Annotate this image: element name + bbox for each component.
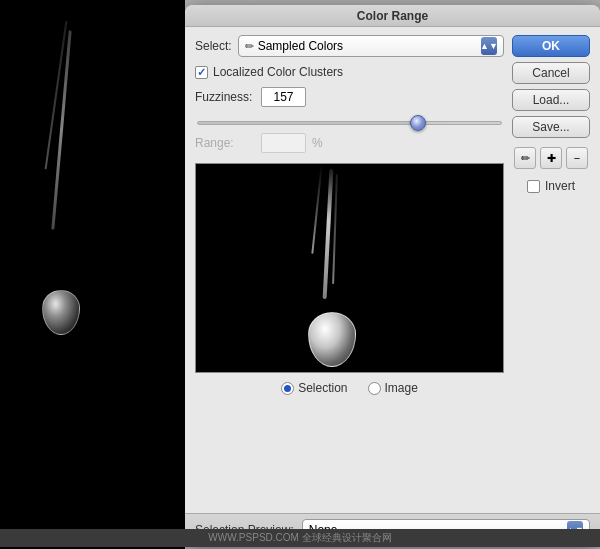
dialog-body: Select: ✏ Sampled Colors ▲▼ ✓ Localized [185, 27, 600, 545]
slider-thumb[interactable] [410, 115, 426, 131]
image-radio-label: Image [385, 381, 418, 395]
load-button[interactable]: Load... [512, 89, 590, 111]
slider-track [197, 121, 502, 125]
select-label: Select: [195, 39, 232, 53]
preview-water-drop [308, 312, 356, 367]
source-image [0, 0, 185, 549]
image-radio[interactable]: Image [368, 381, 418, 395]
ok-button[interactable]: OK [512, 35, 590, 57]
localized-checkbox[interactable]: ✓ [195, 66, 208, 79]
select-row: Select: ✏ Sampled Colors ▲▼ [195, 35, 504, 57]
eyedropper-subtract-tool[interactable]: − [566, 147, 588, 169]
invert-checkbox[interactable] [527, 180, 540, 193]
fuzziness-row: Fuzziness: 157 [195, 87, 504, 107]
select-dropdown[interactable]: ✏ Sampled Colors ▲▼ [238, 35, 504, 57]
range-percent-symbol: % [312, 136, 323, 150]
image-radio-button[interactable] [368, 382, 381, 395]
slider-fill [198, 122, 416, 124]
range-row: Range: % [195, 133, 504, 153]
localized-label: Localized Color Clusters [213, 65, 343, 79]
cancel-button[interactable]: Cancel [512, 62, 590, 84]
eyedropper-tools: ✏ ✚ − [512, 147, 590, 169]
selection-radio[interactable]: Selection [281, 381, 347, 395]
view-mode-row: Selection Image [195, 381, 504, 395]
selection-radio-dot [284, 385, 291, 392]
eyedropper-sample-tool[interactable]: ✏ [514, 147, 536, 169]
fuzziness-slider[interactable] [195, 113, 504, 125]
dialog-title: Color Range [357, 9, 428, 23]
dialog-right-column: OK Cancel Load... Save... ✏ ✚ − Invert [512, 35, 590, 537]
preview-stream-right [332, 174, 338, 284]
color-range-dialog: Color Range Select: ✏ Sampled Colors ▲▼ [185, 5, 600, 545]
save-button[interactable]: Save... [512, 116, 590, 138]
fuzziness-label: Fuzziness: [195, 90, 255, 104]
select-dropdown-value: Sampled Colors [258, 39, 343, 53]
selection-radio-label: Selection [298, 381, 347, 395]
dialog-left-column: Select: ✏ Sampled Colors ▲▼ ✓ Localized [195, 35, 504, 537]
left-image-panel [0, 0, 185, 549]
water-drop [42, 290, 80, 335]
range-label: Range: [195, 136, 255, 150]
localized-color-clusters-row[interactable]: ✓ Localized Color Clusters [195, 65, 504, 79]
water-stream-main [51, 30, 71, 230]
checkbox-check-icon: ✓ [197, 66, 206, 79]
dialog-main-area: Select: ✏ Sampled Colors ▲▼ ✓ Localized [195, 35, 590, 537]
invert-row[interactable]: Invert [512, 179, 590, 193]
invert-label: Invert [545, 179, 575, 193]
watermark-text: WWW.PSPSD.COM 全球经典设计聚合网 [0, 529, 600, 547]
fuzziness-value[interactable]: 157 [261, 87, 306, 107]
range-value-input[interactable] [261, 133, 306, 153]
eyedropper-icon: ✏ [245, 40, 254, 53]
preview-image [195, 163, 504, 373]
selection-radio-button[interactable] [281, 382, 294, 395]
dropdown-arrow-icon: ▲▼ [481, 37, 497, 55]
eyedropper-add-tool[interactable]: ✚ [540, 147, 562, 169]
dialog-title-bar: Color Range [185, 5, 600, 27]
select-dropdown-text: ✏ Sampled Colors [245, 39, 343, 53]
preview-stream-thin [311, 164, 322, 254]
